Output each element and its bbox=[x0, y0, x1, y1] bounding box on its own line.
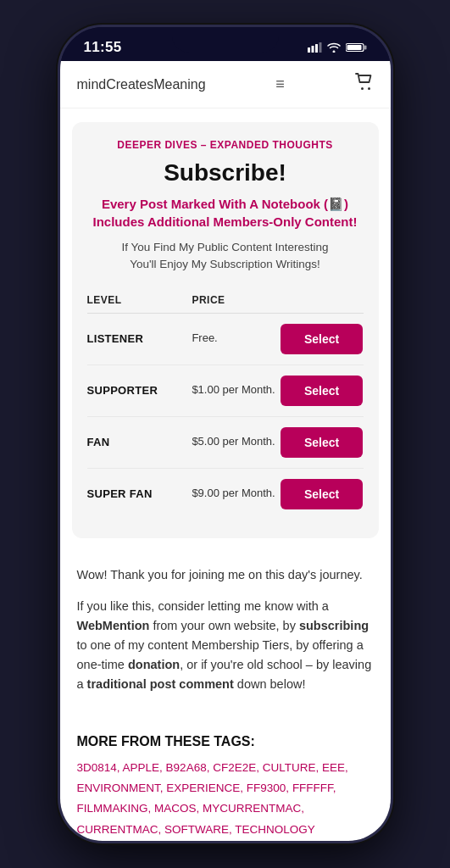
level-supporter: SUPPORTER bbox=[87, 384, 192, 397]
price-fan: $5.00 per Month. bbox=[192, 434, 280, 449]
header-level: LEVEL bbox=[87, 294, 192, 306]
subscribe-desc: If You Find My Public Content Interestin… bbox=[87, 239, 364, 274]
tag-3d0814[interactable]: 3D0814 bbox=[77, 761, 117, 774]
price-superfan: $9.00 per Month. bbox=[192, 486, 280, 501]
cart-icon[interactable] bbox=[355, 73, 374, 96]
notch bbox=[172, 27, 279, 53]
tag-experience[interactable]: EXPERIENCE bbox=[166, 782, 240, 794]
status-icons bbox=[308, 42, 367, 53]
body-text-2: If you like this, consider letting me kn… bbox=[77, 597, 374, 695]
traditional-strong: traditional post comment bbox=[87, 677, 234, 691]
pricing-row-supporter: SUPPORTER $1.00 per Month. Select bbox=[87, 365, 364, 417]
select-listener-button[interactable]: Select bbox=[281, 324, 364, 354]
svg-rect-2 bbox=[315, 44, 318, 53]
svg-point-7 bbox=[361, 87, 364, 90]
tag-apple[interactable]: APPLE bbox=[123, 761, 160, 774]
pricing-row-superfan: SUPER FAN $9.00 per Month. Select bbox=[87, 469, 364, 520]
tag-software[interactable]: SOFTWARE bbox=[164, 823, 229, 836]
select-supporter-button[interactable]: Select bbox=[281, 376, 364, 406]
phone-frame: 11:55 bbox=[60, 27, 391, 841]
tag-macos[interactable]: MACOS bbox=[154, 802, 197, 815]
menu-icon[interactable]: ≡ bbox=[275, 75, 285, 93]
navbar: mindCreatesMeaning ≡ bbox=[60, 61, 391, 108]
webmention-strong: WebMention bbox=[77, 619, 150, 632]
tag-environment[interactable]: ENVIRONMENT bbox=[77, 782, 160, 794]
tags-list: 3D0814, APPLE, B92A68, CF2E2E, CULTURE, … bbox=[77, 758, 374, 840]
section-label: DEEPER DIVES – EXPANDED THOUGHTS bbox=[87, 139, 364, 151]
price-supporter: $1.00 per Month. bbox=[192, 382, 280, 398]
battery-icon bbox=[346, 42, 367, 53]
screen[interactable]: mindCreatesMeaning ≡ DEEPER DIVES – EXPA… bbox=[60, 61, 391, 841]
subscribing-strong: subscribing bbox=[299, 619, 369, 632]
level-listener: LISTENER bbox=[87, 332, 192, 345]
select-superfan-button[interactable]: Select bbox=[281, 479, 364, 509]
svg-rect-3 bbox=[319, 42, 321, 53]
tags-title: MORE FROM THESE TAGS: bbox=[77, 734, 374, 749]
body-section-1: Wow! Thank you for joining me on this da… bbox=[60, 552, 391, 721]
svg-rect-0 bbox=[308, 47, 310, 53]
subscribe-subtitle: Every Post Marked With A Notebook (📓) In… bbox=[87, 195, 364, 231]
level-fan: FAN bbox=[87, 436, 192, 448]
body-text-1: Wow! Thank you for joining me on this da… bbox=[77, 565, 374, 585]
tag-ff9300[interactable]: FF9300 bbox=[247, 782, 286, 794]
svg-rect-5 bbox=[364, 46, 367, 50]
header-price: PRICE bbox=[192, 294, 280, 306]
tag-currentmac[interactable]: CURRENTMAC bbox=[77, 823, 158, 836]
tag-culture[interactable]: CULTURE bbox=[263, 761, 316, 774]
status-time: 11:55 bbox=[84, 39, 122, 56]
wifi-icon bbox=[327, 42, 341, 53]
header-action bbox=[281, 294, 364, 306]
tag-eee[interactable]: EEE bbox=[322, 761, 345, 774]
svg-rect-1 bbox=[311, 46, 314, 53]
main-content: DEEPER DIVES – EXPANDED THOUGHTS Subscri… bbox=[60, 122, 391, 841]
tag-ffffff[interactable]: FFFFFF bbox=[292, 782, 333, 794]
tag-technology[interactable]: TECHNOLOGY bbox=[235, 823, 315, 836]
pricing-table: LEVEL PRICE LISTENER Free. Select SUPPO bbox=[87, 289, 364, 520]
pricing-row-fan: FAN $5.00 per Month. Select bbox=[87, 417, 364, 469]
subscribe-title: Subscribe! bbox=[87, 159, 364, 186]
pricing-header: LEVEL PRICE bbox=[87, 289, 364, 314]
signal-icon bbox=[308, 42, 322, 53]
price-listener: Free. bbox=[192, 331, 280, 346]
subtitle-highlight: Every Post bbox=[102, 197, 168, 211]
svg-point-8 bbox=[368, 87, 370, 90]
tag-cf2e2e[interactable]: CF2E2E bbox=[213, 761, 256, 774]
svg-rect-6 bbox=[347, 45, 361, 50]
tag-mycurrentmac[interactable]: MYCURRENTMAC bbox=[203, 802, 301, 815]
select-fan-button[interactable]: Select bbox=[281, 427, 364, 458]
donation-strong: donation bbox=[128, 658, 180, 671]
tag-filmmaking[interactable]: FILMMAKING bbox=[77, 802, 148, 815]
pricing-row-listener: LISTENER Free. Select bbox=[87, 314, 364, 365]
subscribe-card: DEEPER DIVES – EXPANDED THOUGHTS Subscri… bbox=[72, 122, 379, 538]
navbar-brand: mindCreatesMeaning bbox=[77, 77, 206, 92]
tags-section: MORE FROM THESE TAGS: 3D0814, APPLE, B92… bbox=[60, 721, 391, 841]
level-superfan: SUPER FAN bbox=[87, 487, 192, 500]
tag-b92a68[interactable]: B92A68 bbox=[166, 761, 207, 774]
